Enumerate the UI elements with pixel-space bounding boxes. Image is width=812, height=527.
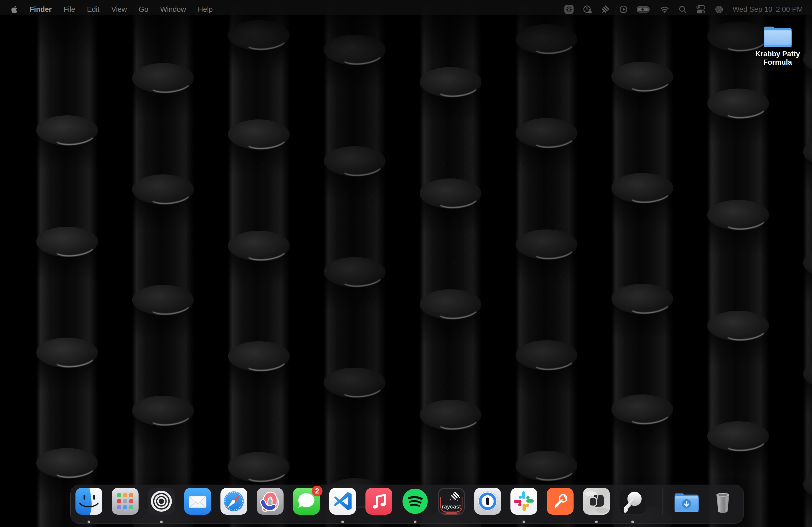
apple-logo-icon [11,5,18,13]
speckled-sphere-icon[interactable] [715,5,723,14]
running-indicator-dot [414,521,417,523]
trash-icon [709,488,736,515]
cylinder-cap [611,173,673,203]
power-lock-icon[interactable] [583,5,592,14]
menu-bar-right: Wed Sep 10 2:00 PM [564,5,803,14]
running-indicator-dot [341,521,344,523]
safari-icon [220,488,247,515]
clock-date: Wed Sep 10 [733,5,772,14]
dock-item-target[interactable] [148,488,175,515]
dock-item-postman[interactable] [547,488,574,515]
wifi-icon[interactable] [660,5,669,14]
apple-menu-icon[interactable] [11,5,18,13]
running-indicator-dot [88,521,90,523]
now-playing-icon[interactable] [619,5,628,14]
cylinder-cap [36,337,98,367]
dock-item-spotify[interactable] [402,488,429,515]
dock-item-vscode[interactable] [329,488,356,515]
wallpaper [0,0,812,527]
raycast-wordmark: raycast [438,503,465,510]
cylinder-cap [132,175,194,205]
cylinder-cap [420,67,481,97]
cylinder-cap [228,452,290,482]
folder-label: Krabby Patty Formula [755,50,800,66]
cylinder-cap [324,367,386,398]
cylinder-cap [228,231,290,261]
dock-item-raycast[interactable]: raycast [438,488,465,515]
dock-separator [662,487,663,515]
notification-badge: 2 [312,486,322,496]
menu-item-go[interactable]: Go [139,5,148,14]
wallpaper-cylinder-column [324,0,386,527]
cylinder-cap [420,289,481,319]
vscode-icon [329,488,356,515]
wallpaper-cylinder-column [132,0,194,527]
stoneapp-icon [583,488,610,515]
wallpaper-cylinder-column [228,0,290,527]
music-icon [365,488,392,515]
dock-item-finder[interactable] [75,488,102,515]
spotify-icon [402,488,429,515]
running-indicator-dot [160,521,163,523]
menu-bar-clock[interactable]: Wed Sep 10 2:00 PM [733,5,803,14]
wallpaper-cylinder-column [36,0,98,527]
cylinder-cap [132,63,194,93]
cylinder-cap [36,227,98,257]
linear-icon [619,488,646,515]
menu-item-file[interactable]: File [64,5,75,14]
launchpad-icon [112,488,139,515]
spotlight-search-icon[interactable] [678,5,687,14]
folder-label-line1: Krabby Patty [755,50,800,58]
wallpaper-cylinder-column [707,0,769,527]
running-indicator-dot [523,521,525,523]
cylinder-cap [36,448,98,478]
folder-label-line2: Formula [755,58,800,66]
battery-charging-icon[interactable] [637,5,651,14]
dock-item-messages[interactable]: 2 [293,488,320,515]
menu-item-edit[interactable]: Edit [87,5,100,14]
dock-item-stoneapp[interactable] [583,488,610,515]
raycast-icon [438,488,465,515]
cylinder-cap [420,400,481,430]
app-spinner-icon[interactable] [564,5,574,14]
cylinder-cap [707,311,769,341]
dock-item-slack[interactable] [510,488,537,515]
dock-item-arc[interactable] [257,488,284,515]
dock-item-music[interactable] [365,488,392,515]
menu-item-window[interactable]: Window [160,5,186,14]
cylinder-cap [324,257,386,287]
cylinder-cap [707,89,769,119]
cylinder-cap [516,451,577,481]
postman-icon [547,488,574,515]
clock-time: 2:00 PM [776,5,803,14]
desktop-screen: Finder FileEditViewGoWindowHelp Wed Sep … [0,0,812,527]
dock-item-downloads[interactable] [673,488,700,515]
wallpaper-cylinder-column [516,0,577,527]
dock-item-mail[interactable] [184,488,211,515]
dock: 2raycast [70,485,744,524]
dock-item-linear[interactable] [619,488,646,515]
cylinder-cap [707,200,769,230]
cylinder-cap [611,394,673,424]
app-menu-title[interactable]: Finder [30,5,52,14]
cylinder-cap [132,285,194,315]
app-menus: FileEditViewGoWindowHelp [64,5,213,14]
wallpaper-cylinder-column [420,0,481,527]
menu-item-view[interactable]: View [112,5,127,14]
cylinder-cap [516,229,577,259]
wallpaper-cylinder-column [611,0,673,527]
cylinder-cap [228,119,290,149]
mail-icon [184,488,211,515]
dock-item-safari[interactable] [220,488,247,515]
dock-item-trash[interactable] [709,488,736,515]
menu-item-help[interactable]: Help [198,5,213,14]
finder-icon [75,488,102,515]
raycast-glitch-icon[interactable] [601,5,610,14]
dock-item-launchpad[interactable] [112,488,139,515]
dock-item-onepassword[interactable] [474,488,501,515]
control-center-icon[interactable] [696,5,706,14]
desktop-folder-krabby-patty-formula[interactable]: Krabby Patty Formula [755,26,800,66]
menu-bar: Finder FileEditViewGoWindowHelp Wed Sep … [0,0,812,15]
running-indicator-dot [631,521,634,523]
cylinder-cap [36,115,98,146]
